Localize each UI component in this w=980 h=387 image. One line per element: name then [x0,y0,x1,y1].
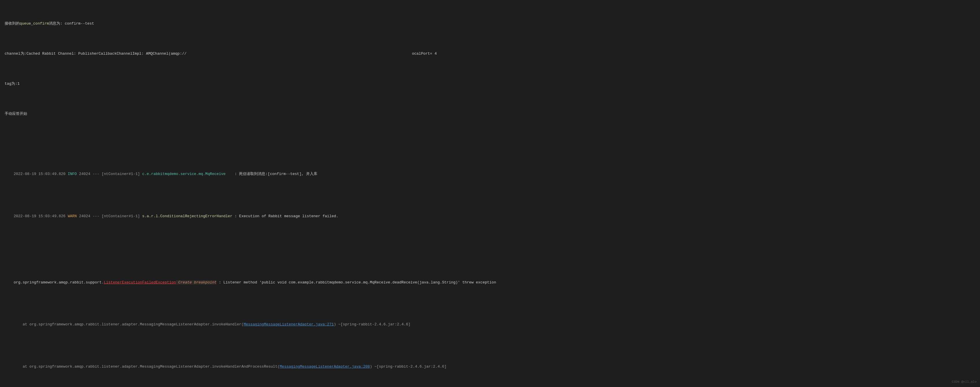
stack-line-1: at org.springframework.amqp.rabbit.liste… [5,315,975,334]
line-3: tag为:1 [5,81,975,87]
stack-line-2: at org.springframework.amqp.rabbit.liste… [5,358,975,376]
line-exception-root: org.springframework.amqp.rabbit.support.… [5,273,975,291]
line-log-warn: 2022-08-19 15:03:49.826 WARN 24024 --- [… [5,207,975,225]
line-empty-1 [5,141,975,147]
watermark: CSDN @nll_alo [952,379,977,385]
line-2: channel为:Cached Rabbit Channel: Publishe… [5,51,975,57]
line-1: 接收到的queue_confirm消息为: confirm--test [5,21,975,27]
console-output: 接收到的queue_confirm消息为: confirm--test chan… [5,3,975,387]
line-empty-2 [5,249,975,256]
line-log-info: 2022-08-19 15:03:49.820 INFO 24024 --- [… [5,165,975,183]
line-4: 手动应答开始 [5,111,975,117]
